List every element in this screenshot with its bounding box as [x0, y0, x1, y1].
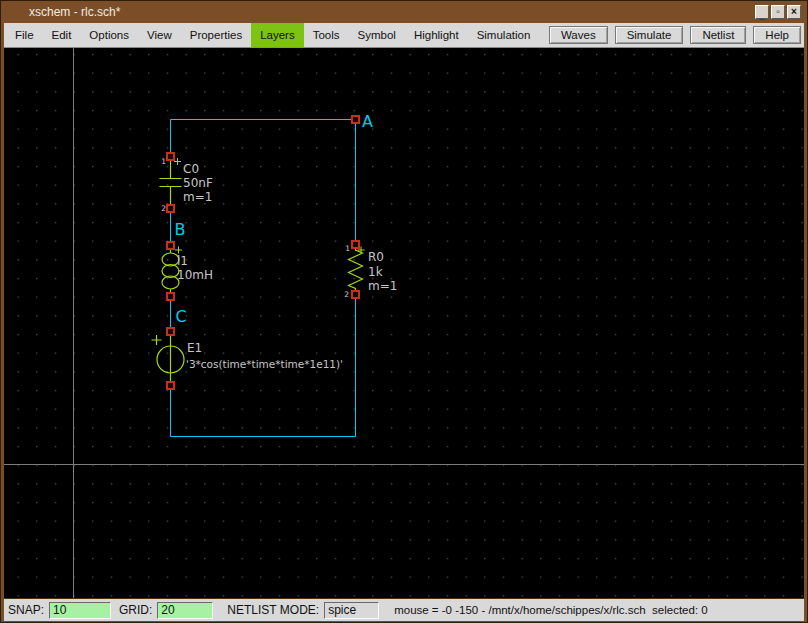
menu-item-options[interactable]: Options — [80, 23, 138, 47]
capacitor-mult[interactable]: m=1 — [183, 190, 212, 204]
pin-marker — [167, 293, 174, 300]
node-label-c[interactable]: C — [176, 307, 187, 326]
help-button[interactable]: Help — [753, 26, 801, 44]
source-name[interactable]: E1 — [187, 341, 202, 355]
minimize-button[interactable]: _ — [755, 5, 769, 19]
menu-item-highlight[interactable]: Highlight — [405, 23, 468, 47]
snap-input[interactable]: 10 — [49, 602, 111, 619]
menu-item-simulation[interactable]: Simulation — [468, 23, 540, 47]
netlist-mode-input[interactable]: spice — [324, 602, 379, 619]
mouse-info: mouse = -0 -150 - /mnt/x/home/schippes/x… — [394, 604, 708, 616]
pin-marker — [167, 205, 174, 212]
resistor-name[interactable]: R0 — [368, 250, 384, 264]
title-bar[interactable]: xschem - rlc.sch* _ ▫ × — [4, 1, 804, 23]
toolbar: Waves Simulate Netlist Help — [549, 23, 804, 47]
simulate-button[interactable]: Simulate — [615, 26, 684, 44]
menu-item-tools[interactable]: Tools — [304, 23, 349, 47]
window-title: xschem - rlc.sch* — [29, 5, 120, 19]
menu-item-file[interactable]: File — [6, 23, 43, 47]
grid-dots — [4, 48, 804, 598]
capacitor-value[interactable]: 50nF — [183, 176, 213, 190]
pin-marker — [167, 242, 174, 249]
pin-marker — [167, 382, 174, 389]
netlist-mode-label: NETLIST MODE: — [227, 603, 319, 617]
maximize-button[interactable]: ▫ — [771, 5, 785, 19]
pin-marker — [352, 241, 359, 248]
netlist-button[interactable]: Netlist — [690, 26, 746, 44]
source-value[interactable]: '3*cos(time*time*time*1e11)' — [186, 358, 343, 370]
inductor-name[interactable]: l1 — [177, 254, 188, 268]
inductor-value[interactable]: 10mH — [177, 268, 213, 282]
node-label-a[interactable]: A — [362, 112, 373, 131]
status-bar: SNAP: 10 GRID: 20 NETLIST MODE: spice mo… — [4, 598, 804, 621]
window-controls: _ ▫ × — [755, 5, 801, 19]
pin-marker — [352, 116, 359, 123]
waves-button[interactable]: Waves — [549, 26, 608, 44]
grid-input[interactable]: 20 — [157, 602, 213, 619]
snap-label: SNAP: — [8, 603, 44, 617]
pin-marker — [167, 328, 174, 335]
menu-item-layers[interactable]: Layers — [251, 23, 304, 47]
grid-label: GRID: — [119, 603, 152, 617]
close-button[interactable]: × — [787, 5, 801, 19]
menu-item-properties[interactable]: Properties — [181, 23, 251, 47]
resistor-value[interactable]: 1k — [368, 265, 383, 279]
node-label-b[interactable]: B — [175, 220, 186, 239]
menu-bar: File Edit Options View Properties Layers… — [4, 23, 804, 48]
resistor-pin1-number: 1 — [345, 244, 350, 253]
resistor-pin2-number: 2 — [344, 290, 349, 299]
capacitor-name[interactable]: C0 — [183, 162, 199, 176]
menu-item-edit[interactable]: Edit — [43, 23, 81, 47]
resistor-mult[interactable]: m=1 — [368, 279, 397, 293]
capacitor-pin1-number: 1 — [161, 157, 166, 166]
menu-item-view[interactable]: View — [138, 23, 181, 47]
xschem-window: xschem - rlc.sch* _ ▫ × File Edit Option… — [0, 0, 808, 623]
schematic-canvas[interactable]: C0 50nF m=1 1 2 l1 10mH E1 '3*cos(ti — [4, 48, 804, 598]
menu-item-symbol[interactable]: Symbol — [349, 23, 405, 47]
pin-marker — [352, 291, 359, 298]
pin-marker — [167, 153, 174, 160]
capacitor-pin2-number: 2 — [161, 204, 166, 213]
